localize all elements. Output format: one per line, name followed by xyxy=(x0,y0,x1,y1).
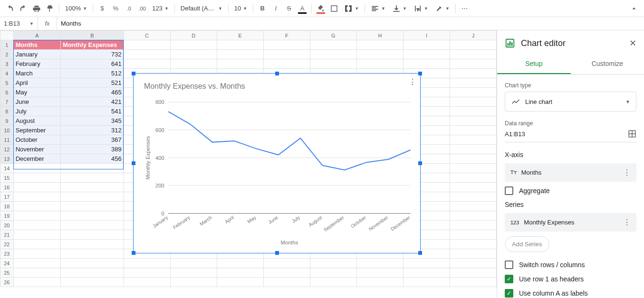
row-header[interactable]: 1 xyxy=(0,40,14,50)
cell[interactable] xyxy=(13,278,60,287)
row-header[interactable]: 14 xyxy=(0,164,14,173)
cell[interactable] xyxy=(170,268,217,278)
cell[interactable] xyxy=(450,240,496,249)
cell[interactable]: February xyxy=(13,59,60,69)
col-header-d[interactable]: D xyxy=(170,31,217,40)
cell[interactable] xyxy=(450,97,496,107)
cell[interactable] xyxy=(310,278,356,287)
cell[interactable]: 456 xyxy=(61,154,124,164)
zoom-dropdown[interactable]: 100%▼ xyxy=(62,2,90,15)
wrap-dropdown[interactable]: ▼ xyxy=(411,2,431,15)
resize-handle[interactable] xyxy=(275,72,279,75)
cell[interactable]: Monthly Expenses xyxy=(61,40,124,50)
cell[interactable] xyxy=(450,278,496,287)
cell[interactable]: 367 xyxy=(61,135,124,145)
row-header[interactable]: 10 xyxy=(0,126,14,135)
italic-button[interactable]: I xyxy=(269,2,282,15)
print-button[interactable] xyxy=(30,2,43,15)
cell[interactable] xyxy=(61,211,124,221)
cell[interactable] xyxy=(403,268,450,278)
font-size-dropdown[interactable]: 10▼ xyxy=(231,2,250,15)
cell[interactable] xyxy=(450,59,496,69)
cell[interactable] xyxy=(13,259,60,268)
cell[interactable]: 389 xyxy=(61,145,124,154)
bold-button[interactable]: B xyxy=(256,2,269,15)
series-pill[interactable]: 123 Monthly Expenses ⋮ xyxy=(505,213,636,232)
cell[interactable] xyxy=(450,126,496,135)
close-sidebar-button[interactable]: ✕ xyxy=(629,38,636,48)
rotate-dropdown[interactable]: ▼ xyxy=(432,2,452,15)
row-header[interactable]: 23 xyxy=(0,249,14,259)
cell[interactable] xyxy=(61,183,124,192)
cell[interactable] xyxy=(310,268,356,278)
cell[interactable]: 521 xyxy=(61,78,124,88)
aggregate-checkbox[interactable] xyxy=(505,186,513,195)
row-header[interactable]: 24 xyxy=(0,259,14,268)
cell[interactable] xyxy=(124,59,170,69)
cell[interactable] xyxy=(13,183,60,192)
cell[interactable]: 312 xyxy=(61,126,124,135)
cell[interactable]: August xyxy=(13,116,60,126)
cell[interactable] xyxy=(356,59,403,69)
row-header[interactable]: 16 xyxy=(0,183,14,192)
row-header[interactable]: 7 xyxy=(0,97,14,107)
cell[interactable] xyxy=(124,268,170,278)
cell[interactable] xyxy=(403,59,450,69)
data-range-value[interactable]: A1:B13 xyxy=(505,130,525,138)
cell[interactable] xyxy=(61,164,124,173)
row-header[interactable]: 21 xyxy=(0,230,14,240)
collapse-toolbar-button[interactable] xyxy=(628,2,640,15)
more-toolbar-button[interactable]: ⋯ xyxy=(459,2,471,15)
cell[interactable]: 512 xyxy=(61,69,124,78)
name-box[interactable]: 1:B13▼ xyxy=(0,17,38,30)
cell[interactable] xyxy=(124,278,170,287)
row-header[interactable]: 17 xyxy=(0,192,14,202)
cell[interactable] xyxy=(450,88,496,97)
cell[interactable] xyxy=(450,173,496,183)
cell[interactable] xyxy=(356,268,403,278)
cell[interactable] xyxy=(217,259,263,268)
resize-handle[interactable] xyxy=(418,161,422,165)
cell[interactable] xyxy=(450,221,496,230)
row-header[interactable]: 8 xyxy=(0,107,14,116)
cell[interactable] xyxy=(170,278,217,287)
cell[interactable] xyxy=(310,40,356,50)
cell[interactable] xyxy=(356,40,403,50)
col-header-c[interactable]: C xyxy=(124,31,170,40)
increase-decimal-button[interactable]: .00 xyxy=(136,2,148,15)
cell[interactable]: November xyxy=(13,145,60,154)
row-header[interactable]: 5 xyxy=(0,78,14,88)
row-header[interactable]: 9 xyxy=(0,116,14,126)
cell[interactable] xyxy=(356,259,403,268)
cell[interactable] xyxy=(450,78,496,88)
cell[interactable] xyxy=(450,183,496,192)
resize-handle[interactable] xyxy=(418,72,422,75)
strikethrough-button[interactable]: S xyxy=(283,2,295,15)
cell[interactable] xyxy=(61,230,124,240)
cell[interactable] xyxy=(170,40,217,50)
resize-handle[interactable] xyxy=(418,251,422,255)
col-header-g[interactable]: G xyxy=(310,31,356,40)
col-header-j[interactable]: J xyxy=(450,31,496,40)
resize-handle[interactable] xyxy=(275,251,279,255)
cell[interactable] xyxy=(450,211,496,221)
resize-handle[interactable] xyxy=(132,72,135,75)
cell[interactable]: April xyxy=(13,78,60,88)
cell[interactable] xyxy=(170,259,217,268)
cell[interactable] xyxy=(61,240,124,249)
cell[interactable] xyxy=(13,268,60,278)
resize-handle[interactable] xyxy=(132,161,135,165)
cell[interactable]: September xyxy=(13,126,60,135)
cell[interactable]: Months xyxy=(13,40,60,50)
row-header[interactable]: 6 xyxy=(0,88,14,97)
cell[interactable] xyxy=(450,192,496,202)
row-header[interactable]: 26 xyxy=(0,278,14,287)
cell[interactable] xyxy=(13,164,60,173)
cell[interactable] xyxy=(13,240,60,249)
cell[interactable] xyxy=(263,59,310,69)
formula-input[interactable]: Months xyxy=(57,20,644,27)
col-header-e[interactable]: E xyxy=(217,31,263,40)
cell[interactable]: October xyxy=(13,135,60,145)
cell[interactable] xyxy=(450,50,496,59)
cell[interactable] xyxy=(263,40,310,50)
